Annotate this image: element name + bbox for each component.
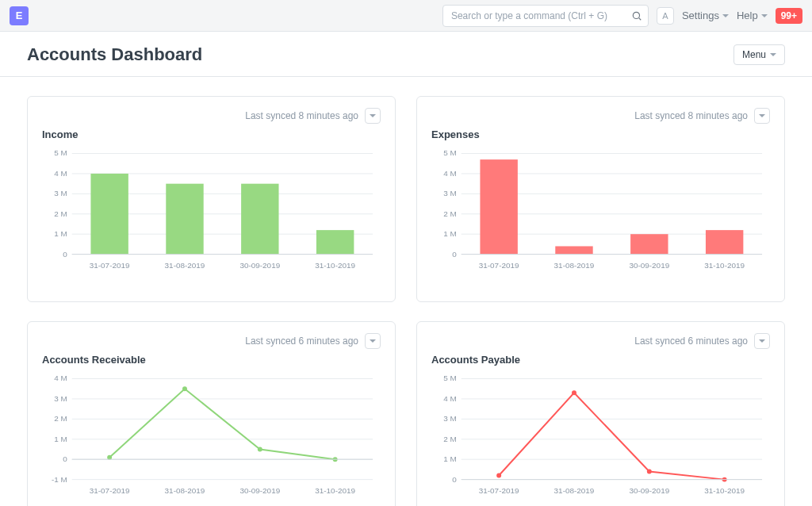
search-icon [631,10,642,21]
svg-text:4 M: 4 M [443,169,457,178]
svg-text:2 M: 2 M [54,414,67,423]
svg-point-62 [258,447,262,452]
chevron-down-icon [722,14,729,17]
svg-text:0: 0 [452,250,457,259]
svg-text:31-10-2019: 31-10-2019 [704,261,745,270]
page-title: Accounts Dashboard [27,44,202,65]
card-title: Accounts Payable [431,354,770,366]
svg-text:31-07-2019: 31-07-2019 [479,261,519,270]
svg-rect-41 [630,234,668,254]
card-accounts-payable: Last synced 6 minutes ago Accounts Payab… [416,321,785,506]
avatar[interactable]: A [657,7,674,25]
svg-text:-1 M: -1 M [52,475,67,484]
svg-text:0: 0 [63,454,67,463]
svg-rect-42 [706,230,743,255]
svg-text:31-07-2019: 31-07-2019 [90,261,130,270]
synced-text: Last synced 6 minutes ago [634,335,748,347]
svg-point-61 [182,386,187,391]
help-menu[interactable]: Help [737,10,768,21]
chevron-down-icon [370,114,376,117]
card-menu-button[interactable] [754,108,770,124]
page-header: Accounts Dashboard Menu [0,32,812,77]
svg-text:2 M: 2 M [443,209,457,218]
card-menu-button[interactable] [365,108,381,124]
svg-text:5 M: 5 M [54,148,67,157]
svg-point-82 [572,390,576,395]
svg-text:2 M: 2 M [443,435,457,443]
card-title: Income [42,128,381,140]
card-accounts-receivable: Last synced 6 minutes ago Accounts Recei… [27,321,396,506]
card-menu-button[interactable] [365,333,381,349]
search-wrap [442,5,649,27]
svg-text:4 M: 4 M [54,374,67,382]
svg-text:30-09-2019: 30-09-2019 [239,261,280,270]
card-title: Expenses [431,128,770,140]
chart-ar: -1 M01 M2 M3 M4 M31-07-201931-08-201930-… [42,374,381,500]
svg-rect-18 [90,174,128,255]
svg-text:2 M: 2 M [54,209,67,218]
svg-text:0: 0 [63,250,67,259]
svg-point-83 [647,469,652,473]
svg-text:1 M: 1 M [443,229,457,238]
svg-text:4 M: 4 M [54,169,67,178]
page-menu-button[interactable]: Menu [733,44,785,65]
svg-text:31-10-2019: 31-10-2019 [315,486,355,495]
synced-text: Last synced 6 minutes ago [245,335,358,347]
chevron-down-icon [759,339,765,343]
notification-badge[interactable]: 99+ [776,8,802,24]
settings-menu[interactable]: Settings [682,10,729,21]
synced-text: Last synced 8 minutes ago [245,110,358,121]
settings-label: Settings [682,10,719,21]
synced-text: Last synced 8 minutes ago [634,110,748,121]
card-title: Accounts Receivable [42,354,381,366]
svg-rect-20 [241,184,278,255]
svg-point-0 [633,12,639,18]
svg-text:0: 0 [452,475,457,484]
chevron-down-icon [770,53,776,56]
chevron-down-icon [761,14,768,17]
dashboard-grid: Last synced 8 minutes ago Income 01 M2 M… [0,77,812,506]
chevron-down-icon [759,114,765,117]
svg-text:31-07-2019: 31-07-2019 [90,486,130,495]
svg-rect-21 [316,230,354,255]
search-input[interactable] [442,5,649,27]
svg-line-1 [639,17,642,20]
svg-text:3 M: 3 M [443,414,457,423]
svg-text:3 M: 3 M [54,189,67,197]
chart-income: 01 M2 M3 M4 M5 M31-07-201931-08-201930-0… [42,148,381,275]
card-income: Last synced 8 minutes ago Income 01 M2 M… [27,96,396,302]
svg-rect-19 [166,184,203,255]
help-label: Help [737,10,758,21]
svg-text:31-08-2019: 31-08-2019 [554,261,595,270]
svg-text:31-10-2019: 31-10-2019 [315,261,355,270]
chart-expenses: 01 M2 M3 M4 M5 M31-07-201931-08-201930-0… [431,148,770,275]
svg-text:3 M: 3 M [54,394,67,403]
svg-text:1 M: 1 M [443,454,457,463]
svg-point-81 [496,473,501,478]
svg-text:31-08-2019: 31-08-2019 [165,261,205,270]
svg-text:31-08-2019: 31-08-2019 [554,486,595,495]
svg-text:30-09-2019: 30-09-2019 [629,261,669,270]
svg-text:3 M: 3 M [443,189,457,197]
svg-rect-40 [555,246,592,254]
svg-text:31-07-2019: 31-07-2019 [479,486,519,495]
topbar: E A Settings Help 99+ [0,0,812,32]
svg-text:30-09-2019: 30-09-2019 [629,486,669,495]
app-logo[interactable]: E [10,6,29,25]
svg-text:5 M: 5 M [443,374,457,382]
svg-text:1 M: 1 M [54,229,67,238]
svg-text:1 M: 1 M [54,435,67,443]
svg-text:30-09-2019: 30-09-2019 [239,486,280,495]
svg-text:5 M: 5 M [443,148,457,157]
card-menu-button[interactable] [754,333,770,349]
chevron-down-icon [370,339,376,343]
card-expenses: Last synced 8 minutes ago Expenses 01 M2… [416,96,785,302]
menu-label: Menu [742,49,766,60]
chart-ap: 01 M2 M3 M4 M5 M31-07-201931-08-201930-0… [431,374,770,500]
svg-text:4 M: 4 M [443,394,457,403]
svg-rect-39 [480,159,517,254]
svg-text:31-08-2019: 31-08-2019 [165,486,205,495]
svg-text:31-10-2019: 31-10-2019 [704,486,745,495]
